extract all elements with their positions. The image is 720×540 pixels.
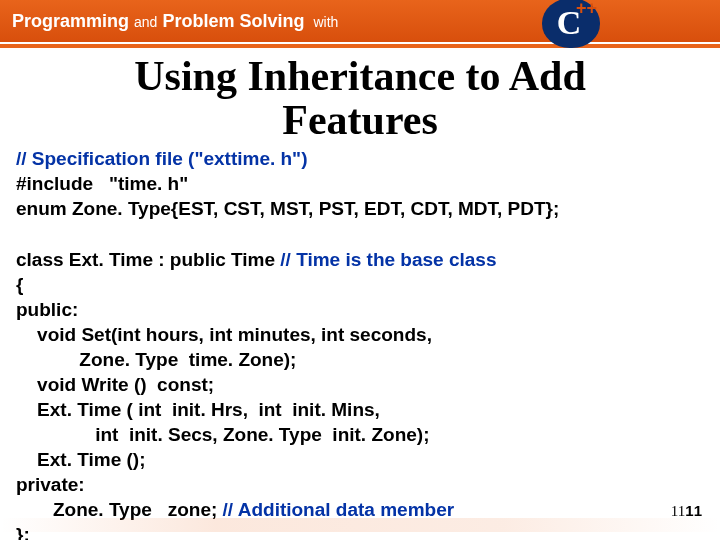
title-line-1: Using Inheritance to Add xyxy=(0,54,720,98)
header-divider xyxy=(0,44,720,48)
header-programming: Programming xyxy=(12,11,129,31)
title-line-2: Features xyxy=(0,98,720,142)
code-brace-open: { xyxy=(16,274,23,295)
code-public: public: xyxy=(16,299,78,320)
header-with: with xyxy=(313,14,338,30)
code-comment-spec: // Specification file ("exttime. h") xyxy=(16,148,307,169)
footer-divider xyxy=(0,518,720,532)
code-enum: enum Zone. Type{EST, CST, MST, PST, EDT,… xyxy=(16,198,559,219)
cpp-logo-icon: C ++ xyxy=(542,0,600,48)
slide-content: // Specification file ("exttime. h") #in… xyxy=(0,142,720,540)
code-ctor-2: int init. Secs, Zone. Type init. Zone); xyxy=(16,424,429,445)
header-problem-solving: Problem Solving xyxy=(162,11,304,31)
page-number-1: 11 xyxy=(671,503,685,519)
code-set-1: void Set(int hours, int minutes, int sec… xyxy=(16,324,432,345)
code-include: #include "time. h" xyxy=(16,173,188,194)
slide-title: Using Inheritance to Add Features xyxy=(0,54,720,142)
code-private: private: xyxy=(16,474,85,495)
page-number-2: 11 xyxy=(685,502,702,519)
header-title: Programming and Problem Solving with xyxy=(12,11,338,32)
code-set-2: Zone. Type time. Zone); xyxy=(16,349,296,370)
code-ctor-default: Ext. Time (); xyxy=(16,449,146,470)
code-comment-base: // Time is the base class xyxy=(280,249,496,270)
book-header: Programming and Problem Solving with C +… xyxy=(0,0,720,42)
code-block: // Specification file ("exttime. h") #in… xyxy=(16,146,704,540)
logo-plusplus: ++ xyxy=(576,0,597,17)
code-write: void Write () const; xyxy=(16,374,214,395)
page-number: 1111 xyxy=(671,502,702,520)
code-ctor-1: Ext. Time ( int init. Hrs, int init. Min… xyxy=(16,399,380,420)
code-class-decl: class Ext. Time : public Time xyxy=(16,249,280,270)
header-and: and xyxy=(134,14,157,30)
